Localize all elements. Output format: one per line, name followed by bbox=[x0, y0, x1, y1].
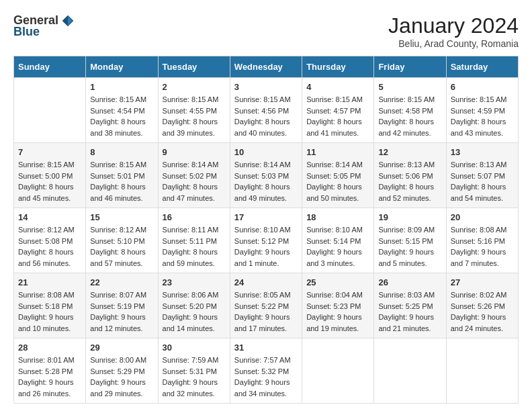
day-cell: 22Sunrise: 8:07 AM Sunset: 5:19 PM Dayli… bbox=[86, 273, 158, 338]
header-day-friday: Friday bbox=[374, 56, 446, 78]
day-number: 21 bbox=[18, 277, 81, 287]
day-number: 25 bbox=[306, 277, 369, 287]
day-cell: 20Sunrise: 8:08 AM Sunset: 5:16 PM Dayli… bbox=[446, 208, 518, 273]
day-info: Sunrise: 8:10 AM Sunset: 5:12 PM Dayligh… bbox=[234, 224, 298, 269]
day-info: Sunrise: 8:08 AM Sunset: 5:16 PM Dayligh… bbox=[451, 224, 514, 269]
day-cell: 17Sunrise: 8:10 AM Sunset: 5:12 PM Dayli… bbox=[230, 208, 302, 273]
day-cell bbox=[374, 338, 446, 404]
header-day-monday: Monday bbox=[86, 56, 158, 78]
day-number: 16 bbox=[163, 212, 226, 222]
day-number: 15 bbox=[90, 212, 153, 222]
day-number: 20 bbox=[451, 212, 514, 222]
day-number: 1 bbox=[90, 82, 153, 92]
day-cell: 7Sunrise: 8:15 AM Sunset: 5:00 PM Daylig… bbox=[14, 143, 86, 208]
day-info: Sunrise: 8:02 AM Sunset: 5:26 PM Dayligh… bbox=[451, 289, 514, 334]
day-info: Sunrise: 8:12 AM Sunset: 5:08 PM Dayligh… bbox=[18, 224, 81, 269]
header-row: SundayMondayTuesdayWednesdayThursdayFrid… bbox=[14, 56, 519, 78]
day-info: Sunrise: 8:07 AM Sunset: 5:19 PM Dayligh… bbox=[90, 289, 153, 334]
title-area: January 2024 Beliu, Arad County, Romania bbox=[388, 13, 519, 49]
week-row-5: 28Sunrise: 8:01 AM Sunset: 5:28 PM Dayli… bbox=[14, 338, 519, 404]
day-info: Sunrise: 8:06 AM Sunset: 5:20 PM Dayligh… bbox=[163, 289, 226, 334]
day-number: 4 bbox=[306, 82, 369, 92]
day-cell: 28Sunrise: 8:01 AM Sunset: 5:28 PM Dayli… bbox=[14, 338, 86, 404]
day-info: Sunrise: 8:11 AM Sunset: 5:11 PM Dayligh… bbox=[163, 224, 226, 269]
day-number: 26 bbox=[378, 277, 441, 287]
day-cell: 15Sunrise: 8:12 AM Sunset: 5:10 PM Dayli… bbox=[86, 208, 158, 273]
week-row-3: 14Sunrise: 8:12 AM Sunset: 5:08 PM Dayli… bbox=[14, 208, 519, 273]
day-number: 28 bbox=[18, 342, 81, 353]
day-info: Sunrise: 8:15 AM Sunset: 4:57 PM Dayligh… bbox=[306, 94, 369, 138]
main-title: January 2024 bbox=[388, 13, 519, 38]
day-number: 24 bbox=[234, 277, 298, 287]
day-cell: 2Sunrise: 8:15 AM Sunset: 4:55 PM Daylig… bbox=[158, 78, 230, 143]
day-number: 19 bbox=[378, 212, 441, 222]
day-number: 18 bbox=[306, 212, 369, 222]
day-cell: 18Sunrise: 8:10 AM Sunset: 5:14 PM Dayli… bbox=[302, 208, 374, 273]
day-info: Sunrise: 8:15 AM Sunset: 4:54 PM Dayligh… bbox=[90, 94, 153, 138]
day-cell: 31Sunrise: 7:57 AM Sunset: 5:32 PM Dayli… bbox=[230, 338, 302, 404]
calendar-table: SundayMondayTuesdayWednesdayThursdayFrid… bbox=[13, 56, 519, 404]
day-cell: 5Sunrise: 8:15 AM Sunset: 4:58 PM Daylig… bbox=[374, 78, 446, 143]
day-cell: 27Sunrise: 8:02 AM Sunset: 5:26 PM Dayli… bbox=[446, 273, 518, 338]
day-number: 2 bbox=[163, 82, 226, 92]
header-day-wednesday: Wednesday bbox=[230, 56, 302, 78]
day-cell: 30Sunrise: 7:59 AM Sunset: 5:31 PM Dayli… bbox=[158, 338, 230, 404]
day-number: 29 bbox=[90, 342, 153, 353]
day-cell: 29Sunrise: 8:00 AM Sunset: 5:29 PM Dayli… bbox=[86, 338, 158, 404]
day-info: Sunrise: 8:10 AM Sunset: 5:14 PM Dayligh… bbox=[306, 224, 369, 269]
subtitle: Beliu, Arad County, Romania bbox=[388, 38, 519, 49]
day-number: 27 bbox=[451, 277, 514, 287]
day-cell: 13Sunrise: 8:13 AM Sunset: 5:07 PM Dayli… bbox=[446, 143, 518, 208]
day-number: 5 bbox=[378, 82, 441, 92]
day-info: Sunrise: 8:15 AM Sunset: 4:58 PM Dayligh… bbox=[378, 94, 441, 138]
day-cell: 6Sunrise: 8:15 AM Sunset: 4:59 PM Daylig… bbox=[446, 78, 518, 143]
day-number: 6 bbox=[451, 82, 514, 92]
day-info: Sunrise: 8:04 AM Sunset: 5:23 PM Dayligh… bbox=[306, 289, 369, 334]
day-number: 7 bbox=[18, 147, 81, 157]
day-number: 14 bbox=[18, 212, 81, 222]
day-cell: 8Sunrise: 8:15 AM Sunset: 5:01 PM Daylig… bbox=[86, 143, 158, 208]
day-info: Sunrise: 8:15 AM Sunset: 5:01 PM Dayligh… bbox=[90, 159, 153, 203]
day-number: 17 bbox=[234, 212, 298, 222]
day-info: Sunrise: 7:59 AM Sunset: 5:31 PM Dayligh… bbox=[163, 355, 226, 399]
day-cell: 24Sunrise: 8:05 AM Sunset: 5:22 PM Dayli… bbox=[230, 273, 302, 338]
day-info: Sunrise: 8:15 AM Sunset: 4:55 PM Dayligh… bbox=[163, 94, 226, 138]
day-number: 23 bbox=[163, 277, 226, 287]
header-day-tuesday: Tuesday bbox=[158, 56, 230, 78]
day-cell: 11Sunrise: 8:14 AM Sunset: 5:05 PM Dayli… bbox=[302, 143, 374, 208]
day-info: Sunrise: 8:15 AM Sunset: 4:59 PM Dayligh… bbox=[451, 94, 514, 138]
week-row-2: 7Sunrise: 8:15 AM Sunset: 5:00 PM Daylig… bbox=[14, 143, 519, 208]
day-cell: 25Sunrise: 8:04 AM Sunset: 5:23 PM Dayli… bbox=[302, 273, 374, 338]
header: General Blue January 2024 Beliu, Arad Co… bbox=[13, 13, 519, 49]
day-info: Sunrise: 8:03 AM Sunset: 5:25 PM Dayligh… bbox=[378, 289, 441, 334]
logo-blue: Blue bbox=[13, 25, 40, 39]
day-info: Sunrise: 8:05 AM Sunset: 5:22 PM Dayligh… bbox=[234, 289, 298, 334]
day-cell bbox=[302, 338, 374, 404]
day-number: 8 bbox=[90, 147, 153, 157]
day-info: Sunrise: 8:14 AM Sunset: 5:03 PM Dayligh… bbox=[234, 159, 298, 203]
day-number: 3 bbox=[234, 82, 298, 92]
day-info: Sunrise: 8:15 AM Sunset: 5:00 PM Dayligh… bbox=[18, 159, 81, 203]
day-number: 13 bbox=[451, 147, 514, 157]
day-info: Sunrise: 8:15 AM Sunset: 4:56 PM Dayligh… bbox=[234, 94, 298, 138]
day-number: 22 bbox=[90, 277, 153, 287]
day-info: Sunrise: 8:01 AM Sunset: 5:28 PM Dayligh… bbox=[18, 355, 81, 399]
day-info: Sunrise: 8:12 AM Sunset: 5:10 PM Dayligh… bbox=[90, 224, 153, 269]
logo-icon bbox=[61, 14, 75, 28]
day-cell: 26Sunrise: 8:03 AM Sunset: 5:25 PM Dayli… bbox=[374, 273, 446, 338]
day-number: 10 bbox=[234, 147, 298, 157]
logo: General Blue bbox=[13, 13, 75, 39]
header-day-sunday: Sunday bbox=[14, 56, 86, 78]
day-cell: 3Sunrise: 8:15 AM Sunset: 4:56 PM Daylig… bbox=[230, 78, 302, 143]
day-cell: 14Sunrise: 8:12 AM Sunset: 5:08 PM Dayli… bbox=[14, 208, 86, 273]
week-row-4: 21Sunrise: 8:08 AM Sunset: 5:18 PM Dayli… bbox=[14, 273, 519, 338]
day-info: Sunrise: 8:13 AM Sunset: 5:07 PM Dayligh… bbox=[451, 159, 514, 203]
day-cell: 4Sunrise: 8:15 AM Sunset: 4:57 PM Daylig… bbox=[302, 78, 374, 143]
day-number: 11 bbox=[306, 147, 369, 157]
day-cell: 9Sunrise: 8:14 AM Sunset: 5:02 PM Daylig… bbox=[158, 143, 230, 208]
day-cell bbox=[14, 78, 86, 143]
day-info: Sunrise: 8:00 AM Sunset: 5:29 PM Dayligh… bbox=[90, 355, 153, 399]
header-day-thursday: Thursday bbox=[302, 56, 374, 78]
day-info: Sunrise: 8:14 AM Sunset: 5:05 PM Dayligh… bbox=[306, 159, 369, 203]
day-info: Sunrise: 8:08 AM Sunset: 5:18 PM Dayligh… bbox=[18, 289, 81, 334]
